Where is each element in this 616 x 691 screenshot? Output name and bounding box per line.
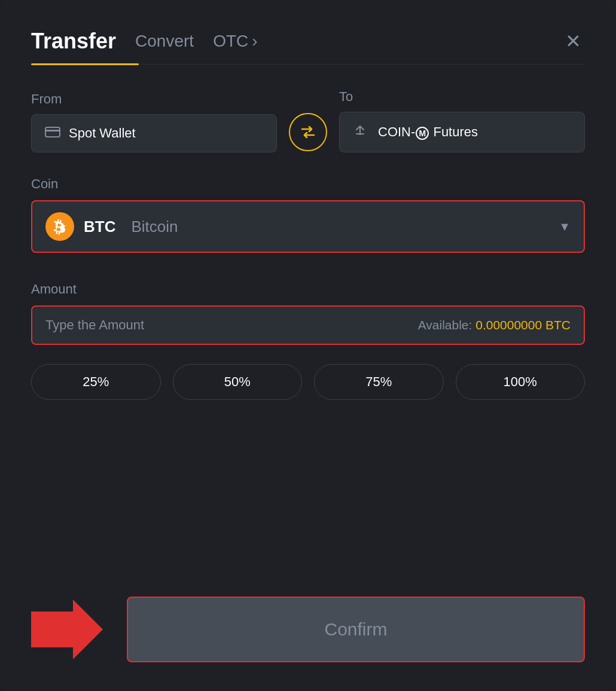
coin-symbol: BTC — [84, 218, 115, 236]
amount-label: Amount — [31, 282, 585, 297]
confirm-button[interactable]: Confirm — [127, 597, 585, 662]
confirm-area: Confirm — [31, 585, 585, 662]
percent-25-button[interactable]: 25% — [31, 364, 161, 400]
coin-selector[interactable]: BTC Bitcoin ▼ — [31, 200, 585, 253]
svg-rect-1 — [45, 130, 60, 132]
to-label: To — [339, 89, 585, 105]
from-wallet-name: Spot Wallet — [69, 126, 136, 141]
swap-button[interactable] — [289, 113, 327, 151]
tab-divider — [139, 64, 585, 65]
from-group: From Spot Wallet — [31, 91, 277, 152]
amount-input[interactable] — [45, 317, 418, 333]
coin-full-name: Bitcoin — [131, 218, 178, 236]
percent-row: 25% 50% 75% 100% — [31, 364, 585, 400]
to-wallet-name: COIN-M Futures — [378, 124, 478, 140]
to-group: To COIN-M Futures — [339, 89, 585, 152]
header-nav: Convert OTC › — [135, 32, 257, 51]
svg-marker-2 — [31, 600, 103, 659]
from-wallet-selector[interactable]: Spot Wallet — [31, 114, 277, 152]
percent-50-button[interactable]: 50% — [173, 364, 303, 400]
modal-header: Transfer Convert OTC › ✕ — [31, 29, 585, 54]
coin-chevron-down-icon: ▼ — [559, 220, 571, 234]
arrow-indicator — [31, 600, 103, 659]
tab-convert[interactable]: Convert — [135, 32, 194, 51]
futures-icon — [353, 123, 367, 141]
tab-otc[interactable]: OTC › — [213, 32, 257, 51]
percent-75-button[interactable]: 75% — [314, 364, 444, 400]
available-value: 0.00000000 BTC — [475, 318, 571, 332]
percent-100-button[interactable]: 100% — [456, 364, 585, 400]
available-text: Available: 0.00000000 BTC — [418, 318, 571, 332]
active-tab-indicator — [31, 63, 139, 65]
close-button[interactable]: ✕ — [561, 29, 585, 53]
btc-icon — [45, 212, 74, 241]
amount-section: Amount Available: 0.00000000 BTC — [31, 282, 585, 364]
from-to-section: From Spot Wallet To — [31, 89, 585, 152]
from-label: From — [31, 91, 277, 107]
coin-label: Coin — [31, 176, 585, 192]
tab-underline-row — [31, 63, 585, 65]
amount-input-box: Available: 0.00000000 BTC — [31, 305, 585, 345]
coin-section: Coin BTC Bitcoin ▼ — [31, 176, 585, 282]
svg-rect-0 — [45, 127, 60, 137]
transfer-modal: Transfer Convert OTC › ✕ From — [0, 0, 616, 691]
to-wallet-selector[interactable]: COIN-M Futures — [339, 112, 585, 152]
tab-transfer[interactable]: Transfer — [31, 29, 116, 54]
wallet-icon — [45, 126, 60, 141]
